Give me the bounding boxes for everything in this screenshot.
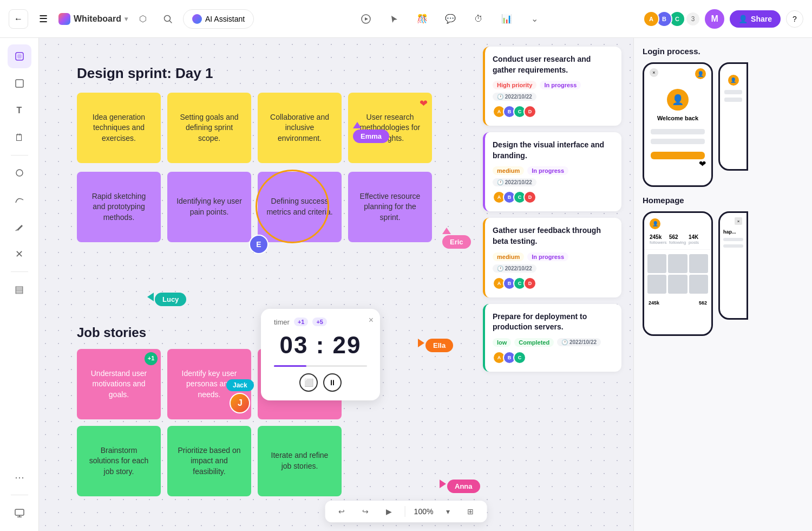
sidebar-pen-tool[interactable] [8, 215, 31, 239]
wf-stat-followers: 245k followers [650, 234, 667, 245]
zoom-chevron-button[interactable]: ▾ [442, 505, 454, 518]
timer-pause-button[interactable]: ⏸ [323, 373, 342, 392]
wf-partial-input-2 [724, 98, 742, 102]
task-card-1[interactable]: Conduct user research and gather require… [483, 47, 621, 126]
confetti-button[interactable]: 🎊 [412, 9, 432, 29]
timer-stop-button[interactable]: ⬜ [299, 373, 318, 392]
task-status-tag-4: Completed [514, 338, 554, 347]
search-button[interactable] [158, 9, 178, 29]
wf-login-button [651, 152, 705, 159]
timer-badge-1: +1 [294, 318, 309, 326]
sticky-green-2[interactable]: Prioritize based on impact and feasibili… [167, 426, 251, 496]
sticky-pink-1[interactable]: Understand user motivations and goals. +… [77, 349, 161, 419]
task-status-tag-2: In progress [527, 166, 568, 175]
more-tools-button[interactable]: ⌄ [525, 9, 545, 29]
sticky-purple-4[interactable]: Effective resource planning for the spri… [348, 172, 432, 242]
timer-progress-bar [274, 365, 367, 367]
emma-cursor-arrow [353, 122, 362, 128]
timer-header: timer +1 +5 [274, 318, 367, 326]
sticky-green-3[interactable]: Iterate and refine job stories. [258, 426, 342, 496]
task-card-3[interactable]: Gather user feedback through beta testin… [483, 218, 621, 297]
wf-partial-input-1 [724, 90, 742, 94]
share-button[interactable]: 👤 Share [730, 10, 781, 28]
anna-cursor: Anna [440, 480, 447, 490]
avatar-1: A [643, 11, 659, 27]
timer-close-button[interactable]: × [369, 315, 374, 325]
share-icon: 👤 [738, 15, 748, 23]
svg-line-8 [16, 230, 17, 231]
cursor-button[interactable] [384, 9, 404, 29]
ai-assistant-button[interactable]: AI Assistant [183, 9, 254, 29]
yellow-sticky-grid: Idea generation techniques and exercises… [77, 93, 483, 163]
ella-cursor: Ella [418, 339, 425, 349]
undo-button[interactable]: ↩ [334, 505, 349, 518]
redo-button[interactable]: ↪ [358, 505, 373, 518]
sidebar-shapes-tool[interactable] [8, 161, 31, 185]
task-card-2[interactable]: Design the visual interface and branding… [483, 132, 621, 211]
sticky-purple-3[interactable]: Defining success metrics and criteria. [258, 172, 342, 242]
wf-hp-partial-top: × [720, 213, 746, 229]
ai-label: AI Assistant [205, 15, 245, 23]
sticky-yellow-3[interactable]: Collaborative and inclusive environment. [258, 93, 342, 163]
homepage-wireframe-row: 👤 245k followers 562 following 14K posts [643, 211, 803, 336]
timer-progress-fill [274, 365, 306, 367]
homepage-phone-partial: × hap... [718, 211, 748, 320]
play-button[interactable] [356, 9, 376, 29]
wf-photo-2 [668, 254, 687, 273]
task-priority-tag-2: medium [493, 166, 524, 175]
svg-marker-3 [365, 17, 368, 21]
app-title-label: Whiteboard [74, 14, 121, 24]
wf-photo-4 [647, 275, 666, 294]
sidebar-frame-tool[interactable] [8, 72, 31, 95]
zoom-level: 100% [414, 507, 434, 516]
tag-button[interactable]: ⬡ [133, 9, 153, 29]
svg-rect-5 [17, 54, 22, 59]
svg-point-7 [16, 170, 23, 176]
timer-display: 03 : 29 [274, 332, 367, 359]
sidebar-connector-tool[interactable]: ✕ [8, 242, 31, 266]
sticky-green-1[interactable]: Brainstorm solutions for each job story. [77, 426, 161, 496]
help-button[interactable]: ? [786, 10, 803, 28]
anna-cursor-arrow [440, 480, 446, 488]
chart-button[interactable]: 📊 [497, 9, 516, 29]
task-status-tag-1: In progress [540, 81, 581, 89]
timer-widget: × timer +1 +5 03 : 29 ⬜ ⏸ [261, 309, 380, 400]
task-avatars-3: A B C D [493, 277, 614, 290]
wf-login-avatar: 👤 [667, 89, 689, 111]
svg-point-0 [165, 15, 171, 21]
sticky-purple-2[interactable]: Identifying key user pain points. [167, 172, 251, 242]
avatar-count: 3 [686, 12, 699, 25]
sidebar-present-button[interactable] [8, 501, 31, 524]
wf-hp-partial-bar1 [723, 238, 743, 241]
sidebar-sticky-tool[interactable]: 🗒 [8, 126, 31, 150]
sidebar-text-tool[interactable]: T [8, 99, 31, 122]
app-title-group[interactable]: Whiteboard ▾ [58, 13, 128, 25]
wf-hp-partial-bar2 [723, 244, 743, 248]
wf-phone-top-bar: × 👤 [644, 64, 711, 83]
back-button[interactable]: ← [9, 9, 28, 29]
toolbar-right: A B C 3 M 👤 Share ? [646, 9, 803, 29]
sticky-yellow-1[interactable]: Idea generation techniques and exercises… [77, 93, 161, 163]
sidebar-curve-tool[interactable] [8, 188, 31, 212]
sticky-purple-1[interactable]: Rapid sketching and prototyping methods. [77, 172, 161, 242]
sticky-yellow-2[interactable]: Setting goals and defining sprint scope. [167, 93, 251, 163]
sidebar-select-tool[interactable] [8, 44, 31, 68]
task-date-1: 🕐 2022/10/22 [493, 93, 536, 101]
lucy-cursor: Lucy [147, 293, 155, 303]
layout-button[interactable]: ⊞ [463, 505, 478, 518]
login-phone-partial: 👤 [718, 62, 748, 171]
eric-cursor-avatar: E [249, 235, 269, 254]
bottom-toolbar: ↩ ↪ ▶ 100% ▾ ⊞ [325, 501, 487, 522]
lucy-cursor-arrow [147, 293, 154, 301]
chat-button[interactable]: 💬 [441, 9, 460, 29]
sidebar-table-tool[interactable]: ▤ [8, 277, 31, 301]
wf-hp-partial-x: × [735, 217, 742, 225]
task-card-4[interactable]: Prepare for deployment to production ser… [483, 304, 621, 372]
timer-button[interactable]: ⏱ [469, 9, 488, 29]
wf-close-dot: × [650, 68, 658, 77]
play-mode-button[interactable]: ▶ [382, 505, 396, 518]
menu-button[interactable]: ☰ [34, 9, 53, 29]
svg-line-1 [170, 21, 172, 23]
sidebar-more-button[interactable]: ⋯ [8, 465, 31, 489]
task-date-3: 🕐 2022/10/22 [493, 264, 536, 273]
